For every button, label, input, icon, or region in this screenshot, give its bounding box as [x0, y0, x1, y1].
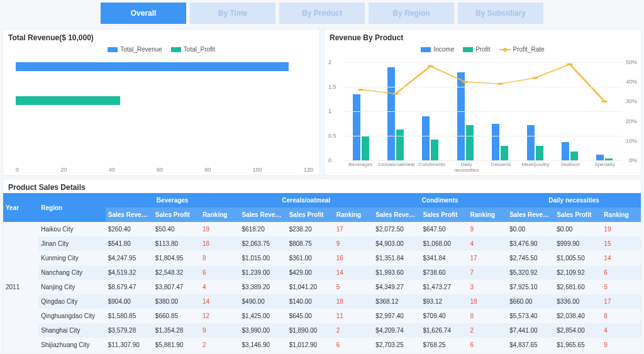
- th-daily: Daily necessities: [507, 193, 641, 207]
- legend-total-profit: Total_Profit: [184, 46, 215, 53]
- table-row: Qinghuangdao City$1,580.85$660.8512$1,42…: [3, 309, 641, 323]
- table-row: Kunming City$4,247.95$1,804.958$1,015.00…: [3, 251, 641, 265]
- legend-profit-rate: Profit_Rate: [513, 46, 545, 53]
- revenue-by-product-chart: [343, 62, 622, 160]
- th-condiments: Condiments: [373, 193, 507, 207]
- revenue-by-product-title: Revenue By Product: [325, 30, 641, 43]
- legend-income: Income: [433, 46, 454, 53]
- table-row: Jinan City$541.80$113.8018$2,063.75$808.…: [3, 236, 641, 251]
- total-revenue-title: Total Revenue($ 10,000): [3, 30, 319, 43]
- table-row: Shanghai City$3,579.28$1,354.289$3,990.0…: [3, 323, 641, 338]
- legend-profit: Profit: [475, 46, 490, 53]
- revenue-by-product-xaxis: BeveragesCereals/oatmealCondimentsDaily …: [343, 162, 622, 173]
- revenue-by-product-panel: Revenue By Product Income Profit Profit_…: [324, 29, 641, 176]
- tab-by-time[interactable]: By Time: [190, 3, 275, 24]
- product-sales-table: Year Region Beverages Cereals/oatmeal Co…: [3, 193, 641, 352]
- product-sales-details-panel: Product Sales Details Year Region Bevera…: [3, 179, 641, 353]
- tab-bar: Overall By Time By Product By Region By …: [0, 0, 644, 26]
- th-year: Year: [3, 193, 38, 222]
- legend-total-revenue: Total_Revenue: [120, 46, 162, 53]
- tab-by-product[interactable]: By Product: [279, 3, 365, 24]
- total-revenue-xaxis: 020406080100120: [16, 167, 313, 173]
- tab-by-region[interactable]: By Region: [369, 3, 454, 24]
- total-revenue-chart: [16, 62, 313, 160]
- table-row: Nanchang City$4,519.32$2,548.326$1,239.0…: [3, 265, 641, 280]
- th-beverages: Beverages: [106, 193, 240, 207]
- table-row: Qingdao City$904.00$380.0014$490.00$140.…: [3, 294, 641, 309]
- tab-overall[interactable]: Overall: [101, 3, 186, 24]
- table-row: Shijiazhuang City$11,307.90$5,881.902$3,…: [3, 338, 641, 352]
- table-row: 2011Haikou City$260.40$50.4019$618.20$23…: [3, 222, 641, 236]
- table-row: Nanjing City$8,679.47$3,807.474$3,389.20…: [3, 280, 641, 294]
- total-revenue-panel: Total Revenue($ 10,000) Total_Revenue To…: [3, 29, 320, 176]
- tab-by-subsidiary[interactable]: By Subsidiary: [458, 3, 543, 24]
- th-cereals: Cereals/oatmeal: [240, 193, 374, 207]
- th-region: Region: [38, 193, 105, 222]
- revenue-by-product-legend: Income Profit Profit_Rate: [325, 43, 641, 57]
- product-sales-details-title: Product Sales Details: [3, 179, 641, 193]
- total-revenue-legend: Total_Revenue Total_Profit: [3, 43, 319, 57]
